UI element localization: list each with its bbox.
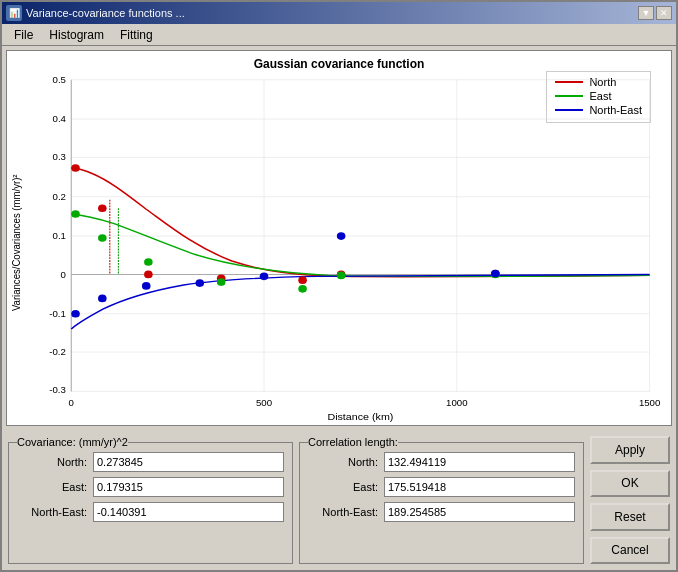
covariance-north-input[interactable] [93,452,284,472]
svg-point-42 [337,272,346,280]
covariance-northeast-label: North-East: [17,506,87,518]
correlation-east-row: East: [308,477,575,497]
svg-point-46 [142,282,151,290]
close-button[interactable]: ✕ [656,6,672,20]
ok-button[interactable]: OK [590,470,670,498]
menu-fitting[interactable]: Fitting [112,26,161,44]
correlation-group: Correlation length: North: East: North-E… [299,436,584,564]
covariance-northeast-input[interactable] [93,502,284,522]
svg-text:-0.3: -0.3 [49,386,66,395]
correlation-east-input[interactable] [384,477,575,497]
svg-point-41 [298,285,307,293]
chart-area: Gaussian covariance function North East … [6,50,672,426]
svg-point-30 [71,164,80,172]
svg-point-50 [491,270,500,278]
cancel-button[interactable]: Cancel [590,537,670,565]
correlation-northeast-row: North-East: [308,502,575,522]
svg-text:0.4: 0.4 [53,114,66,123]
svg-text:0.3: 0.3 [53,153,66,162]
reset-button[interactable]: Reset [590,503,670,531]
svg-text:1500: 1500 [639,398,660,407]
svg-point-45 [98,295,107,303]
correlation-north-input[interactable] [384,452,575,472]
svg-point-39 [144,258,153,266]
svg-point-34 [298,276,307,284]
svg-text:0.2: 0.2 [53,192,66,201]
menubar: File Histogram Fitting [2,24,676,46]
covariance-north-label: North: [17,456,87,468]
menu-histogram[interactable]: Histogram [41,26,112,44]
svg-text:0.1: 0.1 [53,231,66,240]
svg-text:Variances/Covariances (mm/yr)²: Variances/Covariances (mm/yr)² [10,174,22,311]
covariance-east-row: East: [17,477,284,497]
title-bar-buttons: ▼ ✕ [638,6,672,20]
svg-text:-0.1: -0.1 [49,309,66,318]
app-icon: 📊 [6,5,22,21]
correlation-north-label: North: [308,456,378,468]
bottom-panel: Covariance: (mm/yr)^2 North: East: North… [2,430,676,570]
svg-text:Distance (km): Distance (km) [327,412,393,422]
svg-point-38 [98,234,107,242]
svg-text:-0.2: -0.2 [49,347,66,356]
correlation-northeast-label: North-East: [308,506,378,518]
svg-point-44 [71,310,80,318]
svg-point-40 [217,278,226,286]
svg-point-37 [71,210,80,218]
correlation-group-title: Correlation length: [308,436,398,448]
covariance-northeast-row: North-East: [17,502,284,522]
svg-point-31 [98,204,107,212]
correlation-east-label: East: [308,481,378,493]
svg-text:0: 0 [69,398,74,407]
svg-text:1000: 1000 [446,398,467,407]
covariance-east-label: East: [17,481,87,493]
chart-svg: Variances/Covariances (mm/yr)² Distance … [7,51,671,425]
svg-text:500: 500 [256,398,272,407]
covariance-north-row: North: [17,452,284,472]
svg-text:0: 0 [61,271,66,280]
covariance-group-title: Covariance: (mm/yr)^2 [17,436,128,448]
svg-point-47 [195,279,204,287]
title-bar: 📊 Variance-covariance functions ... ▼ ✕ [2,2,676,24]
buttons-panel: Apply OK Reset Cancel [590,436,670,564]
svg-point-49 [337,232,346,240]
menu-file[interactable]: File [6,26,41,44]
title-bar-left: 📊 Variance-covariance functions ... [6,5,185,21]
covariance-east-input[interactable] [93,477,284,497]
main-window: 📊 Variance-covariance functions ... ▼ ✕ … [0,0,678,572]
svg-text:0.5: 0.5 [53,75,66,84]
correlation-north-row: North: [308,452,575,472]
svg-point-48 [260,273,269,281]
covariance-group: Covariance: (mm/yr)^2 North: East: North… [8,436,293,564]
window-title: Variance-covariance functions ... [26,7,185,19]
svg-point-32 [144,271,153,279]
correlation-northeast-input[interactable] [384,502,575,522]
apply-button[interactable]: Apply [590,436,670,464]
minimize-button[interactable]: ▼ [638,6,654,20]
